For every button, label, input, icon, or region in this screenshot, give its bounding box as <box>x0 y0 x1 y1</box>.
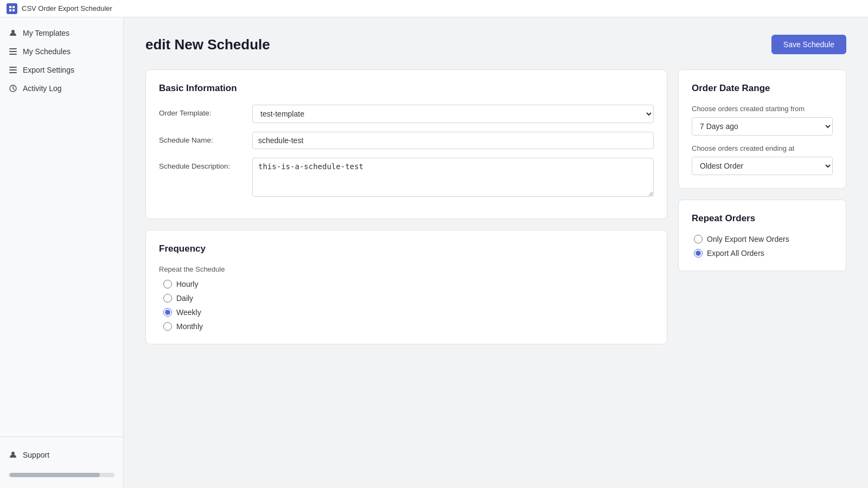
svg-rect-7 <box>9 54 17 55</box>
person-icon <box>9 29 17 37</box>
svg-rect-2 <box>9 9 11 11</box>
sidebar-item-support-label: Support <box>23 451 49 459</box>
order-template-label: Order Template: <box>159 105 246 117</box>
sidebar-item-export-settings[interactable]: Export Settings <box>0 61 123 79</box>
basic-information-card: Basic Information Order Template: test-t… <box>145 69 667 219</box>
svg-rect-10 <box>9 72 17 73</box>
sidebar-item-my-templates-label: My Templates <box>23 29 69 37</box>
svg-rect-1 <box>12 6 15 8</box>
repeat-all-orders-label: Export All Orders <box>707 249 764 258</box>
save-schedule-button[interactable]: Save Schedule <box>771 35 846 54</box>
repeat-only-new-label: Only Export New Orders <box>707 235 789 243</box>
list-icon <box>9 47 17 56</box>
sidebar-item-activity-log-label: Activity Log <box>23 84 62 93</box>
main-content: edit New Schedule Save Schedule Basic In… <box>124 17 868 488</box>
frequency-daily-radio[interactable] <box>163 294 172 303</box>
schedule-name-row: Schedule Name: <box>159 132 654 149</box>
frequency-title: Frequency <box>159 243 654 254</box>
top-bar: CSV Order Export Scheduler <box>0 0 868 17</box>
sidebar-item-support[interactable]: Support <box>0 446 123 464</box>
support-person-icon <box>9 451 17 459</box>
svg-rect-0 <box>9 6 11 8</box>
frequency-weekly[interactable]: Weekly <box>163 308 654 317</box>
sidebar-item-activity-log[interactable]: Activity Log <box>0 79 123 98</box>
frequency-weekly-radio[interactable] <box>163 308 172 317</box>
schedule-description-row: Schedule Description: this-is-a-schedule… <box>159 158 654 197</box>
repeat-all-orders-radio[interactable] <box>694 249 703 258</box>
svg-rect-5 <box>9 48 17 49</box>
svg-rect-9 <box>9 69 17 70</box>
frequency-radio-group: Hourly Daily Weekly Monthly <box>159 280 654 331</box>
frequency-monthly-radio[interactable] <box>163 322 172 331</box>
sidebar-divider <box>0 436 123 437</box>
end-date-select[interactable]: Oldest Order Newest Order Today Yesterda… <box>692 157 833 175</box>
sidebar-footer: Support <box>0 441 123 468</box>
page-header: edit New Schedule Save Schedule <box>145 35 846 54</box>
repeat-orders-radio-group: Only Export New Orders Export All Orders <box>692 235 833 258</box>
order-date-range-card: Order Date Range Choose orders created s… <box>678 69 846 189</box>
frequency-monthly-label: Monthly <box>176 322 203 331</box>
frequency-daily-label: Daily <box>176 294 193 303</box>
list-settings-icon <box>9 66 17 74</box>
order-template-select[interactable]: test-template default-template custom-te… <box>252 105 654 123</box>
repeat-orders-title: Repeat Orders <box>692 213 833 224</box>
page-title: edit New Schedule <box>145 36 270 53</box>
repeat-label: Repeat the Schedule <box>159 265 654 273</box>
end-date-label: Choose orders created ending at <box>692 144 833 152</box>
start-date-label: Choose orders created starting from <box>692 105 833 113</box>
schedule-description-input[interactable]: this-is-a-schedule-test <box>252 158 654 197</box>
repeat-only-new-radio[interactable] <box>694 235 703 243</box>
repeat-orders-card: Repeat Orders Only Export New Orders Exp… <box>678 200 846 271</box>
repeat-all-orders[interactable]: Export All Orders <box>694 249 833 258</box>
frequency-weekly-label: Weekly <box>176 308 201 317</box>
repeat-only-new[interactable]: Only Export New Orders <box>694 235 833 243</box>
frequency-daily[interactable]: Daily <box>163 294 654 303</box>
sidebar-item-my-schedules[interactable]: My Schedules <box>0 42 123 61</box>
sidebar-scrollbar[interactable] <box>9 473 114 477</box>
sidebar-item-my-schedules-label: My Schedules <box>23 47 71 56</box>
frequency-card: Frequency Repeat the Schedule Hourly Dai… <box>145 230 667 344</box>
content-grid: Basic Information Order Template: test-t… <box>145 69 846 344</box>
order-template-row: Order Template: test-template default-te… <box>159 105 654 123</box>
app-title: CSV Order Export Scheduler <box>22 4 112 12</box>
frequency-hourly[interactable]: Hourly <box>163 280 654 288</box>
sidebar-scrollbar-thumb <box>10 473 100 477</box>
start-date-select[interactable]: 7 Days ago 14 Days ago 30 Days ago 60 Da… <box>692 117 833 136</box>
svg-rect-3 <box>12 9 15 11</box>
svg-rect-8 <box>9 67 17 68</box>
schedule-name-input[interactable] <box>252 132 654 149</box>
schedule-name-label: Schedule Name: <box>159 132 246 144</box>
right-column: Order Date Range Choose orders created s… <box>678 69 846 344</box>
sidebar-nav: My Templates My Schedules Export Setting… <box>0 24 123 432</box>
activity-icon <box>9 84 17 93</box>
sidebar: My Templates My Schedules Export Setting… <box>0 17 124 488</box>
basic-information-title: Basic Information <box>159 83 654 94</box>
app-icon <box>7 3 17 14</box>
sidebar-item-export-settings-label: Export Settings <box>23 66 74 74</box>
frequency-hourly-label: Hourly <box>176 280 198 288</box>
sidebar-item-my-templates[interactable]: My Templates <box>0 24 123 42</box>
svg-rect-6 <box>9 51 17 52</box>
schedule-description-label: Schedule Description: <box>159 158 246 170</box>
frequency-monthly[interactable]: Monthly <box>163 322 654 331</box>
order-date-range-title: Order Date Range <box>692 83 833 94</box>
frequency-hourly-radio[interactable] <box>163 280 172 288</box>
